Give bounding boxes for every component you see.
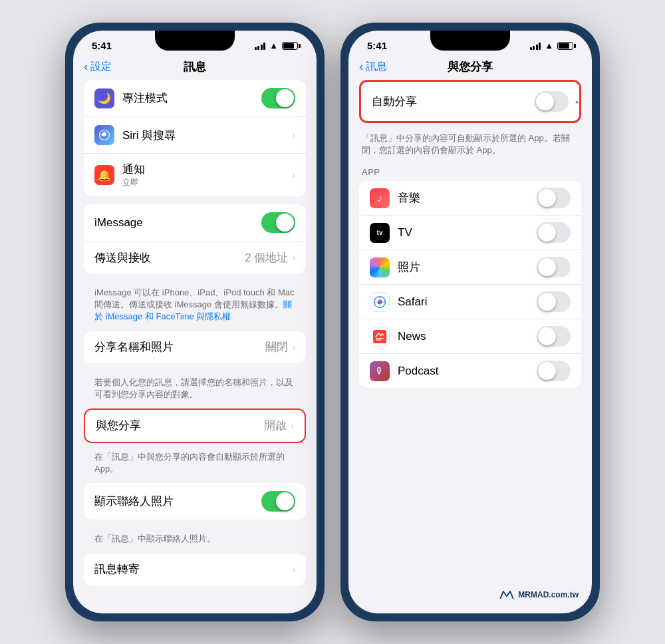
focus-mode-item[interactable]: 🌙 專注模式 [84,80,306,117]
share-name-chevron: › [292,342,295,353]
share-with-you-item[interactable]: 與您分享 開啟 › [85,410,305,442]
time-1: 5:41 [92,40,112,51]
imessage-toggle[interactable] [261,212,295,233]
send-receive-item[interactable]: 傳送與接收 2 個地址 › [84,242,306,273]
send-receive-label: 傳送與接收 [94,250,245,265]
share-name-item[interactable]: 分享名稱和照片 關閉 › [84,331,306,363]
siri-search-item[interactable]: Siri 與搜尋 › [84,117,306,154]
imessage-item[interactable]: iMessage [84,204,306,242]
share-with-you-value: 開啟 [264,418,287,433]
watermark-text: MRMAD.com.tw [518,590,579,599]
notifications-icon: 🔔 [94,165,114,185]
phone-2-screen: 5:41 ▲ ‹ 訊息 與您分享 [348,31,592,613]
nav-bar-1: ‹ 設定 訊息 [73,57,317,80]
music-icon: ♪ [370,188,390,208]
message-forward-note: 允許登入 iMessage 帳號的其他裝置發送和接收您的 iPhone 訊息。 [84,593,306,597]
message-forward-item[interactable]: 訊息轉寄 › [84,554,306,585]
focus-mode-icon: 🌙 [94,88,114,108]
share-with-you-chevron: › [291,420,294,431]
auto-share-toggle-wrapper: ← [535,91,569,112]
section-message-forward: 訊息轉寄 › [84,554,306,585]
back-chevron-icon: ‹ [84,60,88,74]
app-music-item[interactable]: ♪ 音樂 [359,181,581,216]
share-name-note: 若要個人化您的訊息，請選擇您的名稱和照片，以及可看到您分享內容的對象。 [84,371,306,408]
notifications-item[interactable]: 🔔 通知 立即 › [84,154,306,196]
send-receive-chevron: › [292,252,295,263]
app-safari-item[interactable]: Safari [359,285,581,319]
podcast-label: Podcast [398,365,537,378]
battery-icon-2 [557,42,573,50]
app-tv-item[interactable]: tv TV [359,216,581,250]
share-name-value: 關閉 [265,339,288,355]
podcast-icon: 🎙 [370,361,390,381]
focus-mode-toggle[interactable] [261,88,295,108]
back-button-2[interactable]: ‹ 訊息 [359,60,387,74]
auto-share-note: 「訊息」中分享的內容可自動顯示於所選的 App。若關閉，您訂選的內容仍會顯示於 … [359,128,581,164]
tv-label: TV [398,226,537,240]
news-toggle[interactable] [537,326,571,347]
podcast-toggle[interactable] [537,361,571,381]
notifications-label: 通知 [122,162,292,177]
photos-icon [370,257,390,277]
share-name-label: 分享名稱和照片 [94,339,265,355]
notifications-chevron: › [292,170,295,180]
music-label: 音樂 [398,190,537,206]
safari-icon [370,292,390,312]
imessage-note: iMessage 可以在 iPhone、iPad、iPod touch 和 Ma… [84,281,306,331]
tv-icon: tv [370,223,390,243]
section-contact-photos: 顯示聯絡人照片 [84,483,306,520]
share-with-you-label: 與您分享 [96,418,264,433]
contact-photos-label: 顯示聯絡人照片 [94,494,261,509]
app-news-item[interactable]: News [359,319,581,354]
back-label-2: 訊息 [366,60,387,74]
battery-icon [282,42,298,50]
photos-label: 照片 [398,259,537,275]
notch-2 [430,31,510,51]
section-share-with-you-highlighted: 與您分享 開啟 › [84,408,306,443]
siri-chevron: › [292,130,295,140]
back-chevron-icon-2: ‹ [359,60,363,74]
status-icons-1: ▲ [255,41,298,51]
svg-rect-6 [373,330,386,343]
signal-icon [255,42,266,50]
contact-photos-toggle[interactable] [261,491,295,512]
back-button-1[interactable]: ‹ 設定 [84,60,112,74]
section-focus: 🌙 專注模式 Siri 與搜尋 › [84,80,306,196]
notch-1 [155,31,235,51]
red-arrow-icon: ← [573,93,581,110]
nav-bar-2: ‹ 訊息 與您分享 [348,57,592,80]
siri-icon [94,125,114,145]
auto-share-section: 自動分享 ← [359,80,581,123]
safari-toggle[interactable] [537,291,571,312]
watermark-logo [499,589,514,600]
auto-share-toggle[interactable] [535,91,569,112]
contact-photos-item[interactable]: 顯示聯絡人照片 [84,483,306,520]
phone-1-screen: 5:41 ▲ ‹ 設定 訊息 [73,31,317,613]
status-icons-2: ▲ [530,41,573,51]
notifications-text: 通知 立即 [122,162,292,188]
share-with-you-note: 在「訊息」中與您分享的內容會自動顯示於所選的 App。 [84,446,306,483]
news-label: News [398,330,537,343]
nav-title-1: 訊息 [184,59,206,75]
notifications-sublabel: 立即 [122,177,292,188]
app-podcast-item[interactable]: 🎙 Podcast [359,354,581,388]
wifi-icon-2: ▲ [545,41,553,51]
tv-toggle[interactable] [537,222,571,243]
nav-title-2: 與您分享 [448,59,493,75]
message-forward-chevron: › [292,564,295,575]
wifi-icon: ▲ [269,41,278,51]
app-list: ♪ 音樂 tv TV [359,181,581,388]
phone-1: 5:41 ▲ ‹ 設定 訊息 [65,23,325,621]
safari-label: Safari [398,295,537,309]
photos-toggle[interactable] [537,257,571,277]
signal-icon-2 [530,42,541,50]
watermark: MRMAD.com.tw [499,589,579,600]
auto-share-item[interactable]: 自動分享 ← [361,82,579,121]
send-receive-value: 2 個地址 [245,250,288,265]
app-photos-item[interactable]: 照片 [359,250,581,285]
music-toggle[interactable] [537,188,571,208]
section-share-name: 分享名稱和照片 關閉 › [84,331,306,363]
focus-mode-label: 專注模式 [122,90,261,106]
news-icon [370,327,390,347]
phone-2: 5:41 ▲ ‹ 訊息 與您分享 [340,23,600,621]
